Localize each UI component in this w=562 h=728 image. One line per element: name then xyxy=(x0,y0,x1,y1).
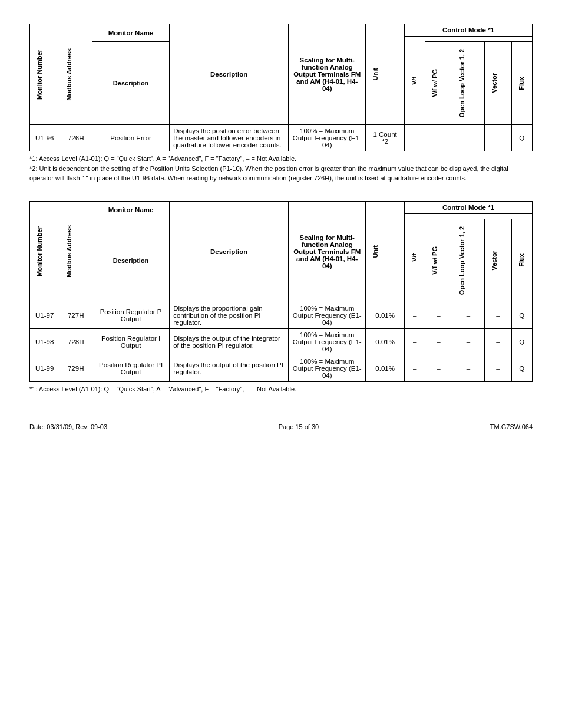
header-vf: V/f xyxy=(404,37,425,125)
header-description: Description xyxy=(170,24,289,125)
cell-vfpg: – xyxy=(425,125,452,151)
header2-vf: V/f xyxy=(404,213,425,302)
cell-vf: – xyxy=(404,328,425,355)
cell-unit: 1 Count *2 xyxy=(366,125,405,151)
cell-open_loop: – xyxy=(452,355,485,381)
cell-modbus_address: 728H xyxy=(59,328,92,355)
cell-vf: – xyxy=(404,302,425,328)
header-scaling: Scaling for Multi-function Analog Output… xyxy=(289,24,366,125)
cell-scaling: 100% = Maximum Output Frequency (E1-04) xyxy=(289,328,366,355)
cell-vector: – xyxy=(485,302,511,328)
cell-monitor_number: U1-96 xyxy=(30,125,59,151)
table1-note2: *2: Unit is dependent on the setting of … xyxy=(29,164,533,183)
header2-control-mode: Control Mode *1 xyxy=(404,201,532,213)
header-unit: Unit xyxy=(366,24,405,125)
footer: Date: 03/31/09, Rev: 09-03 Page 15 of 30… xyxy=(29,411,533,430)
cell-scaling: 100% = Maximum Output Frequency (E1-04) xyxy=(289,302,366,328)
footer-doc-id: TM.G7SW.064 xyxy=(490,423,533,430)
header-monitor-name: Monitor Name xyxy=(92,24,169,42)
footer-page: Page 15 of 30 xyxy=(279,423,319,430)
header2-vfpg: V/f w/ PG xyxy=(425,219,452,302)
cell-monitor_name: Position Error xyxy=(92,125,169,151)
header2-flux: Flux xyxy=(511,219,532,302)
header2-modbus-address: Modbus Address xyxy=(59,201,92,302)
header2-unit: Unit xyxy=(366,201,405,302)
cell-monitor_name: Position Regulator PI Output xyxy=(92,355,169,381)
table1-container: Monitor Number Modbus Address Monitor Na… xyxy=(29,24,533,183)
table2-container: Monitor Number Modbus Address Monitor Na… xyxy=(29,201,533,394)
cell-description: Displays the output of the integrator of… xyxy=(170,328,289,355)
cell-monitor_number: U1-99 xyxy=(30,355,59,381)
cell-modbus_address: 726H xyxy=(59,125,92,151)
table-row: U1-96726HPosition ErrorDisplays the posi… xyxy=(30,125,533,151)
cell-unit: 0.01% xyxy=(366,328,405,355)
cell-vfpg: – xyxy=(425,328,452,355)
cell-vfpg: – xyxy=(425,302,452,328)
cell-description: Displays the output of the position PI r… xyxy=(170,355,289,381)
header2-monitor-name-desc: Description xyxy=(92,219,169,302)
header2-monitor-name: Monitor Name xyxy=(92,201,169,219)
header-monitor-number: Monitor Number xyxy=(30,24,59,125)
footer-date: Date: 03/31/09, Rev: 09-03 xyxy=(29,423,107,430)
cell-vfpg: – xyxy=(425,355,452,381)
table2-note1: *1: Access Level (A1-01): Q = "Quick Sta… xyxy=(29,384,533,394)
cell-open_loop: – xyxy=(452,125,485,151)
header2-monitor-number: Monitor Number xyxy=(30,201,59,302)
header-control-mode: Control Mode *1 xyxy=(404,24,532,37)
cell-open_loop: – xyxy=(452,302,485,328)
table-row: U1-99729HPosition Regulator PI OutputDis… xyxy=(30,355,533,381)
header2-vector: Vector xyxy=(485,219,511,302)
cell-flux: Q xyxy=(511,125,532,151)
table1-note1: *1: Access Level (A1-01): Q = "Quick Sta… xyxy=(29,154,533,164)
header2-description: Description xyxy=(170,201,289,302)
cell-vector: – xyxy=(485,125,511,151)
cell-modbus_address: 727H xyxy=(59,302,92,328)
page-content: Monitor Number Modbus Address Monitor Na… xyxy=(29,24,533,430)
header-modbus-address: Modbus Address xyxy=(59,24,92,125)
table1-notes: *1: Access Level (A1-01): Q = "Quick Sta… xyxy=(29,154,533,183)
cell-monitor_name: Position Regulator P Output xyxy=(92,302,169,328)
header-vfpg: V/f w/ PG xyxy=(425,42,452,125)
cell-unit: 0.01% xyxy=(366,355,405,381)
header-monitor-name-desc: Description xyxy=(92,42,169,125)
cell-flux: Q xyxy=(511,302,532,328)
header-vector: Vector xyxy=(485,42,511,125)
cell-vector: – xyxy=(485,355,511,381)
cell-vector: – xyxy=(485,328,511,355)
cell-flux: Q xyxy=(511,328,532,355)
table-row: U1-97727HPosition Regulator P OutputDisp… xyxy=(30,302,533,328)
header2-open-loop: Open Loop Vector 1, 2 xyxy=(452,219,485,302)
table2: Monitor Number Modbus Address Monitor Na… xyxy=(29,201,533,382)
cell-scaling: 100% = Maximum Output Frequency (E1-04) xyxy=(289,355,366,381)
header2-scaling: Scaling for Multi-function Analog Output… xyxy=(289,201,366,302)
cell-monitor_number: U1-97 xyxy=(30,302,59,328)
table-row: U1-98728HPosition Regulator I OutputDisp… xyxy=(30,328,533,355)
cell-description: Displays the proportional gain contribut… xyxy=(170,302,289,328)
cell-vf: – xyxy=(404,125,425,151)
cell-scaling: 100% = Maximum Output Frequency (E1-04) xyxy=(289,125,366,151)
header2-control-subgroup xyxy=(425,213,533,219)
cell-vf: – xyxy=(404,355,425,381)
header-open-loop: Open Loop Vector 1, 2 xyxy=(452,42,485,125)
header-flux: Flux xyxy=(511,42,532,125)
cell-description: Displays the position error between the … xyxy=(170,125,289,151)
cell-unit: 0.01% xyxy=(366,302,405,328)
cell-flux: Q xyxy=(511,355,532,381)
cell-open_loop: – xyxy=(452,328,485,355)
table2-notes: *1: Access Level (A1-01): Q = "Quick Sta… xyxy=(29,384,533,394)
header-control-subgroup xyxy=(425,37,533,42)
cell-monitor_name: Position Regulator I Output xyxy=(92,328,169,355)
cell-modbus_address: 729H xyxy=(59,355,92,381)
table1: Monitor Number Modbus Address Monitor Na… xyxy=(29,24,533,151)
cell-monitor_number: U1-98 xyxy=(30,328,59,355)
